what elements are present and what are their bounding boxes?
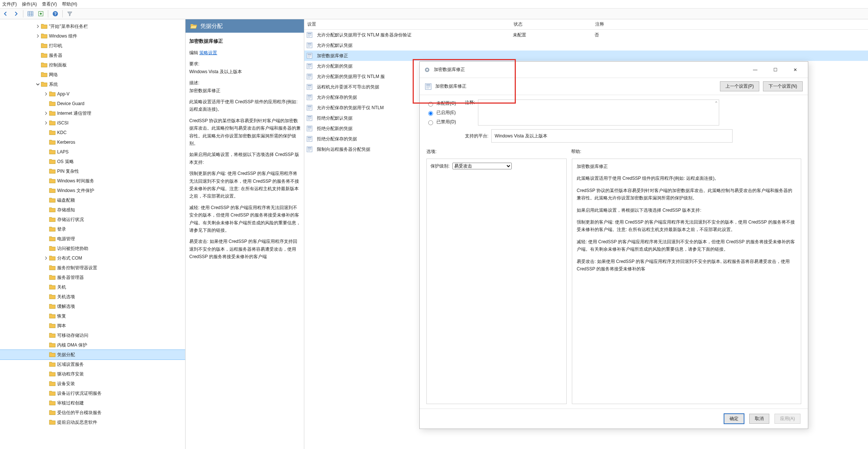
tree-item[interactable]: 受信任的平台模块服务 [0, 408, 185, 417]
tree-item[interactable]: 打印机 [0, 41, 185, 51]
next-setting-button[interactable]: 下一个设置(N) [763, 81, 803, 91]
no-twisty [44, 372, 48, 376]
tree-item[interactable]: 磁盘配额 [0, 195, 185, 205]
tree-item[interactable]: Windows 组件 [0, 31, 185, 41]
folder-icon [49, 351, 56, 358]
radio-unconfigured[interactable]: 未配置(C) [426, 100, 456, 107]
tree-item[interactable]: PIN 复杂性 [0, 166, 185, 176]
tree-item[interactable]: LAPS [0, 147, 185, 157]
policy-icon [307, 136, 312, 142]
toolbar [0, 8, 868, 19]
tree-item[interactable]: 登录 [0, 224, 185, 234]
tree-item[interactable]: 分布式 COM [0, 253, 185, 263]
tree-item[interactable]: Windows 时间服务 [0, 176, 185, 186]
cancel-button[interactable]: 取消 [749, 414, 769, 424]
chevron-right-icon[interactable] [44, 121, 48, 125]
tree-item[interactable]: 存储运行状况 [0, 215, 185, 224]
tree-item[interactable]: 存储感知 [0, 205, 185, 215]
radio-disabled[interactable]: 已禁用(D) [426, 119, 456, 125]
chevron-right-icon[interactable] [44, 92, 48, 96]
protect-level-select[interactable]: 易受攻击 [452, 163, 512, 169]
tree-item[interactable]: 系统 [0, 79, 185, 89]
tree-item[interactable]: 恢复 [0, 311, 185, 321]
back-button[interactable] [1, 10, 10, 18]
tree-item-label: LAPS [57, 149, 69, 154]
tree-item[interactable]: 控制面板 [0, 60, 185, 70]
tree-item[interactable]: 内核 DMA 保护 [0, 340, 185, 350]
tree-item[interactable]: 审核过程创建 [0, 398, 185, 408]
list-row[interactable]: 允许分配默认凭据用于仅 NTLM 服务器身份验证未配置否 [304, 30, 868, 40]
tree-item[interactable]: Device Guard [0, 99, 185, 108]
tree-item[interactable]: 网络 [0, 70, 185, 79]
menu-file[interactable]: 文件(F) [2, 1, 17, 7]
setting-label: 限制向远程服务器分配凭据 [317, 146, 370, 153]
platform-label: 支持的平台: [465, 133, 488, 139]
tree-item[interactable]: 脚本 [0, 321, 185, 331]
setting-label: 允许分配默认凭据 [317, 42, 353, 49]
minimize-button[interactable]: — [747, 64, 763, 75]
tree-item[interactable]: Internet 通信管理 [0, 108, 185, 118]
tree-item[interactable]: 服务器管理器 [0, 273, 185, 282]
chevron-right-icon[interactable] [44, 111, 48, 115]
chevron-down-icon[interactable] [36, 82, 40, 87]
scroll-up-icon[interactable]: ⌃ [714, 101, 718, 106]
tree-item[interactable]: KDC [0, 128, 185, 137]
chevron-right-icon[interactable] [44, 256, 48, 260]
tree-item[interactable]: 设备运行状况证明服务 [0, 388, 185, 398]
apply-button[interactable]: 应用(A) [774, 414, 800, 424]
chevron-right-icon[interactable] [36, 24, 40, 29]
tree-item[interactable]: 提前启动反恶意软件 [0, 417, 185, 427]
ok-button[interactable]: 确定 [724, 414, 744, 424]
grid-view-button[interactable] [26, 10, 35, 18]
tree-item[interactable]: "开始"菜单和任务栏 [0, 22, 185, 31]
setting-label: 允许分配保存的凭据用于仅 NTLM [317, 105, 384, 111]
col-comment[interactable]: 注释 [592, 20, 865, 29]
help-p4: 强制更新的客户端: 使用 CredSSP 的客户端应用程序将无法回退到不安全的版… [577, 218, 796, 234]
col-setting[interactable]: 设置 [304, 20, 511, 29]
tree-item-label: KDC [57, 130, 66, 135]
tree-pane[interactable]: "开始"菜单和任务栏Windows 组件打印机服务器控制面板网络系统App-VD… [0, 19, 186, 449]
description-p1: 此策略设置适用于使用 CredSSP 组件的应用程序(例如: 远程桌面连接)。 [189, 98, 302, 113]
comment-input[interactable]: ⌃ [478, 100, 719, 126]
policy-icon [307, 126, 312, 131]
tree-item[interactable]: Windows 文件保护 [0, 186, 185, 195]
tree-item[interactable]: 缓解选项 [0, 302, 185, 311]
help-box[interactable]: 加密数据库修正 此策略设置适用于使用 CredSSP 组件的应用程序(例如: 远… [572, 159, 801, 404]
tree-item[interactable]: 凭据分配 [0, 350, 185, 359]
filter-button[interactable] [66, 10, 74, 18]
detail-title: 加密数据库修正 [189, 37, 302, 45]
tree-item[interactable]: 设备安装 [0, 379, 185, 388]
edit-policy-link[interactable]: 策略设置 [199, 50, 217, 55]
help-button[interactable] [51, 10, 59, 18]
menu-action[interactable]: 操作(A) [22, 1, 37, 7]
radio-enabled[interactable]: 已启用(E) [426, 110, 456, 116]
no-twisty [44, 295, 48, 299]
tree-item[interactable]: iSCSI [0, 118, 185, 128]
tree-item[interactable]: 关机选项 [0, 292, 185, 302]
tree-item[interactable]: 区域设置服务 [0, 359, 185, 369]
maximize-button[interactable]: ☐ [767, 64, 783, 75]
tree-item[interactable]: 服务控制管理器设置 [0, 263, 185, 273]
chevron-right-icon[interactable] [36, 34, 40, 38]
tree-item[interactable]: 可移动存储访问 [0, 331, 185, 340]
tree-item[interactable]: 访问被拒绝协助 [0, 244, 185, 253]
setting-label: 拒绝分配新的凭据 [317, 126, 353, 132]
close-button[interactable]: ✕ [787, 64, 803, 75]
forward-button[interactable] [12, 10, 20, 18]
tree-item[interactable]: 驱动程序安装 [0, 369, 185, 379]
tree-item[interactable]: 服务器 [0, 51, 185, 60]
menu-help[interactable]: 帮助(H) [62, 1, 77, 7]
tree-item[interactable]: App-V [0, 89, 185, 99]
prev-setting-button[interactable]: 上一个设置(P) [720, 81, 759, 91]
tree-item[interactable]: 关机 [0, 282, 185, 292]
menu-view[interactable]: 查看(V) [42, 1, 57, 7]
export-button[interactable] [37, 10, 45, 18]
tree-item[interactable]: Kerberos [0, 137, 185, 147]
col-state[interactable]: 状态 [511, 20, 592, 29]
no-twisty [44, 237, 48, 241]
list-row[interactable]: 加密数据库修正 [304, 51, 868, 61]
tree-item[interactable]: 电源管理 [0, 234, 185, 244]
tree-item-label: Internet 通信管理 [57, 110, 91, 117]
list-row[interactable]: 允许分配默认凭据 [304, 40, 868, 51]
tree-item[interactable]: OS 策略 [0, 157, 185, 166]
